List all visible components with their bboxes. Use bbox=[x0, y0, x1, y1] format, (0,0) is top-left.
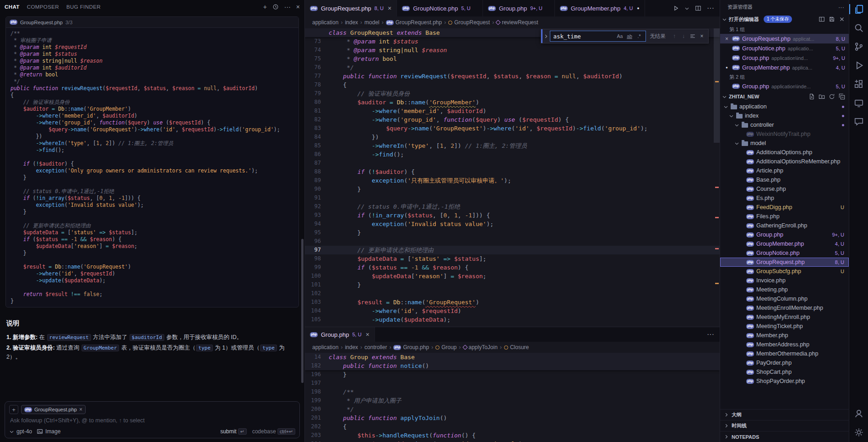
tree-item-file[interactable]: phpPayOrder.php bbox=[720, 358, 849, 367]
code-line[interactable]: 200 */ bbox=[305, 405, 720, 414]
code-line[interactable]: 75 * @return bool bbox=[305, 54, 720, 63]
activity-remote-icon[interactable] bbox=[853, 97, 865, 109]
editor-tab[interactable]: phpGroup.php9+, U bbox=[483, 0, 555, 16]
workspace-section-header[interactable]: ZHITAI_NEW bbox=[720, 91, 849, 102]
tree-item-file[interactable]: phpMeetingEnrollMember.php bbox=[720, 303, 849, 313]
code-line[interactable]: 88 if (!$auditor) { bbox=[305, 167, 720, 176]
code-line[interactable]: // 更新申请状态和拒绝理由 bbox=[11, 222, 294, 229]
breadcrumb-item[interactable]: controller bbox=[364, 344, 387, 350]
activity-account-icon[interactable] bbox=[853, 408, 865, 420]
tree-item-file[interactable]: phpMeetingColumn.php bbox=[720, 294, 849, 303]
code-line[interactable]: 95 } bbox=[305, 228, 720, 237]
history-icon[interactable] bbox=[272, 4, 279, 10]
breadcrumb-item[interactable]: application bbox=[312, 19, 338, 26]
code-line[interactable]: 94 exception('Invalid status value'); bbox=[305, 220, 720, 228]
chat-tab-bug-finder[interactable]: BUG FINDER bbox=[66, 4, 101, 10]
editor-scrollbar[interactable] bbox=[714, 28, 720, 327]
tree-item-file[interactable]: phpEs.php bbox=[720, 194, 849, 203]
code-line[interactable]: 105 ->update($updateData); bbox=[305, 315, 720, 324]
views-and-more-actions-icon[interactable]: ··· bbox=[838, 4, 844, 11]
editor-tab[interactable]: phpGroupRequest.php8, U× bbox=[305, 0, 397, 16]
find-next-button[interactable]: ↓ bbox=[679, 32, 688, 41]
model-selector[interactable]: gpt-4o bbox=[9, 428, 32, 435]
code-line[interactable]: exception('Only group owners or administ… bbox=[11, 167, 294, 174]
code-line[interactable]: ->whereIn('type', [1, 2]) // 1:圈主, 2:管理员 bbox=[11, 140, 294, 147]
chat-input[interactable]: Ask followup (Ctrl+Shift+Y), @ to mentio… bbox=[9, 417, 295, 426]
activity-debug-icon[interactable] bbox=[853, 59, 865, 71]
code-line[interactable]: 100 $updateData['reason'] = $reason; bbox=[305, 272, 720, 280]
tree-item-file[interactable]: phpMeeting.php bbox=[720, 285, 849, 294]
code-line[interactable]: 202 { bbox=[305, 422, 720, 431]
code-line[interactable]: 199 * 用户申请加入圈子 bbox=[305, 396, 720, 405]
code-line[interactable]: 197 bbox=[305, 379, 720, 388]
chat-tab-composer[interactable]: COMPOSER bbox=[27, 4, 59, 10]
code-line[interactable]: // 验证审核员身份 bbox=[11, 99, 294, 106]
find-input[interactable]: ask_time Aa ab .* bbox=[550, 31, 646, 42]
tree-item-file[interactable]: phpBase.php bbox=[720, 175, 849, 184]
activity-scm-icon[interactable] bbox=[853, 41, 865, 53]
activity-files-icon[interactable] bbox=[853, 3, 865, 15]
tree-item-file[interactable]: phpMemberOthermedia.php bbox=[720, 349, 849, 358]
code-line[interactable]: }) bbox=[11, 133, 294, 140]
new-folder-icon[interactable] bbox=[819, 93, 825, 100]
context-file-chip[interactable]: php GroupRequest.php × bbox=[21, 405, 86, 414]
tree-item-file[interactable]: phpCourse.php bbox=[720, 184, 849, 194]
split-editor-icon[interactable] bbox=[695, 5, 701, 11]
open-editor-item[interactable]: ×phpGroupRequest.phpapplicat...8, U bbox=[720, 34, 849, 43]
editor-tab[interactable]: phpGroupNotice.php5, U bbox=[397, 0, 483, 16]
more-options-icon[interactable]: ··· bbox=[284, 4, 291, 10]
collapse-folders-icon[interactable] bbox=[839, 93, 845, 100]
code-line[interactable]: 91 bbox=[305, 194, 720, 202]
code-line[interactable]: 196 } bbox=[305, 370, 720, 379]
code-line[interactable]: ->find(); bbox=[11, 147, 294, 154]
code-line[interactable]: 74 * @param string|null $reason bbox=[305, 46, 720, 54]
code-line[interactable]: 86 ->find(); bbox=[305, 150, 720, 159]
code-line[interactable]: 104 ->where('id', $requestId) bbox=[305, 307, 720, 315]
close-all-editors-icon[interactable] bbox=[839, 16, 845, 22]
tree-item-file[interactable]: phpMeetingTicket.php bbox=[720, 322, 849, 331]
code-line[interactable]: 98 $updateData = ['status' => $status]; bbox=[305, 254, 720, 263]
code-line[interactable]: if ($status == -1 && $reason) { bbox=[11, 236, 294, 243]
find-in-selection-button[interactable] bbox=[688, 32, 697, 41]
whole-word-button[interactable]: ab bbox=[625, 32, 634, 41]
code-line[interactable]: 96 bbox=[305, 237, 720, 246]
code-line[interactable]: * @param int $auditorId bbox=[11, 65, 294, 71]
code-line[interactable]: * @param string|null $reason bbox=[11, 58, 294, 65]
chat-scroll-area[interactable]: php GroupRequest.php 3/3 /** * 审核圈子申请 * … bbox=[0, 14, 304, 399]
code-line[interactable]: if (!$auditor) { bbox=[11, 161, 294, 167]
scrollbar-thumb[interactable] bbox=[714, 28, 720, 143]
code-line[interactable]: } bbox=[11, 174, 294, 181]
code-line[interactable]: // status 0.申请中,1通过,-1拒绝 bbox=[11, 188, 294, 195]
code-line[interactable]: 92 // status 0.申请中,1通过,-1拒绝 bbox=[305, 202, 720, 211]
tree-item-folder[interactable]: index bbox=[720, 111, 849, 120]
code-line[interactable]: 182 public function notice() bbox=[305, 361, 720, 370]
code-line[interactable]: } bbox=[11, 209, 294, 216]
open-editor-item[interactable]: phpGroup.phpapplication\ind...9+, U bbox=[720, 53, 849, 63]
code-line[interactable]: 85 ->whereIn('type', [1, 2]) // 1:圈主, 2:… bbox=[305, 141, 720, 150]
regex-button[interactable]: .* bbox=[635, 32, 644, 41]
open-editor-item[interactable]: phpGroup.phpapplication\inde...5, U bbox=[720, 81, 849, 91]
code-line[interactable]: 87 bbox=[305, 159, 720, 167]
activity-extensions-icon[interactable] bbox=[853, 78, 865, 90]
section-时间线[interactable]: 时间线 bbox=[720, 420, 849, 431]
activity-chat-icon[interactable] bbox=[853, 116, 865, 128]
save-all-icon[interactable] bbox=[829, 16, 835, 22]
code-line[interactable]: 77 public function reviewRequest($reques… bbox=[305, 72, 720, 81]
code-line[interactable]: 76 */ bbox=[305, 63, 720, 72]
code-line[interactable]: 201 public function applyToJoin() bbox=[305, 414, 720, 422]
code-line[interactable]: ->where('member_id', $auditorId) bbox=[11, 113, 294, 119]
code-line[interactable]: 102 bbox=[305, 289, 720, 298]
more-actions-icon[interactable]: ··· bbox=[707, 330, 714, 339]
activity-settings-icon[interactable] bbox=[853, 426, 865, 438]
tree-item-file[interactable]: phpMemberAddress.php bbox=[720, 340, 849, 349]
add-context-button[interactable]: + bbox=[9, 405, 18, 414]
code-line[interactable]: ->update($updateData); bbox=[11, 277, 294, 284]
tree-item-file[interactable]: phpFiles.php bbox=[720, 212, 849, 221]
tree-item-file[interactable]: phpGroupSubcfg.phpU bbox=[720, 267, 849, 276]
new-chat-icon[interactable]: + bbox=[263, 4, 267, 10]
code-line[interactable]: $auditor = Db::name('GroupMember') bbox=[11, 106, 294, 113]
code-line[interactable]: $query->name('GroupRequest')->where('id'… bbox=[11, 126, 294, 133]
code-line[interactable]: ->where('group_id', function($query) use… bbox=[11, 119, 294, 126]
code-line[interactable]: 103 $result = Db::name('GroupRequest') bbox=[305, 298, 720, 307]
code-line[interactable]: 93 if (!in_array($status, [0, 1, -1])) { bbox=[305, 211, 720, 220]
